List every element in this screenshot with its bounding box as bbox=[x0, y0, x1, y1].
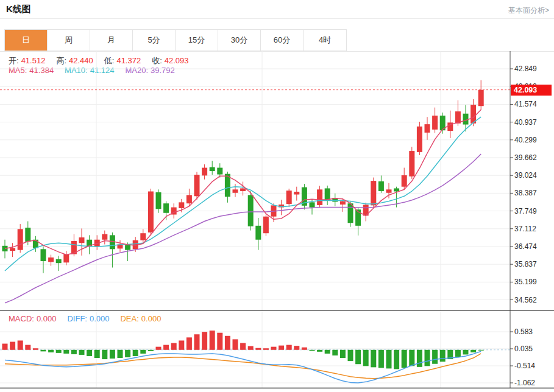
candle-body bbox=[317, 189, 322, 205]
candle-body bbox=[263, 217, 269, 233]
macd-bar bbox=[163, 345, 169, 350]
candle-body bbox=[10, 248, 15, 251]
macd-bar bbox=[233, 339, 238, 349]
candle-body bbox=[63, 254, 69, 263]
macd-bar bbox=[171, 343, 177, 350]
kline-widget: K线图 基本面分析> 日周月5分15分30分60分4时 开:41.512高:42… bbox=[0, 0, 554, 392]
candle-body bbox=[202, 168, 207, 176]
macd-bar bbox=[417, 350, 422, 367]
macd-bar bbox=[56, 350, 62, 353]
main-candlestick-chart[interactable]: 42.84942.21241.57440.93740.29939.66239.0… bbox=[0, 51, 554, 311]
macd-bar bbox=[110, 350, 115, 359]
macd-bar bbox=[33, 348, 38, 350]
macd-bar bbox=[248, 346, 254, 350]
candle-body bbox=[471, 105, 476, 124]
candle-body bbox=[194, 175, 200, 196]
candle-body bbox=[409, 151, 414, 177]
tab-4hour[interactable]: 4时 bbox=[304, 30, 346, 51]
candle-body bbox=[402, 175, 407, 187]
price-axis-label: 35.837 bbox=[514, 260, 537, 268]
candle-body bbox=[240, 188, 246, 191]
macd-bar bbox=[48, 350, 54, 352]
macd-bar bbox=[386, 350, 392, 369]
tab-30min[interactable]: 30分 bbox=[218, 30, 261, 51]
macd-bar bbox=[402, 350, 407, 368]
macd-bar bbox=[363, 350, 369, 366]
price-gridlines bbox=[0, 51, 510, 310]
macd-bar bbox=[41, 350, 46, 352]
macd-bar bbox=[10, 341, 15, 349]
tab-week[interactable]: 周 bbox=[48, 30, 90, 51]
macd-bar bbox=[371, 350, 376, 368]
period-tab-bar: 日周月5分15分30分60分4时 bbox=[4, 29, 347, 51]
macd-axis-label: 0.035 bbox=[514, 345, 533, 353]
macd-bar bbox=[378, 350, 384, 368]
candle-body bbox=[217, 168, 222, 175]
fundamental-analysis-link[interactable]: 基本面分析> bbox=[508, 5, 549, 16]
tab-60min[interactable]: 60分 bbox=[261, 30, 304, 51]
candle-body bbox=[378, 181, 384, 191]
macd-bar bbox=[25, 345, 30, 350]
candle-body bbox=[371, 181, 376, 205]
price-axis-label: 39.024 bbox=[514, 171, 537, 180]
price-axis-label: 42.849 bbox=[514, 65, 537, 73]
macd-bar bbox=[355, 350, 361, 364]
macd-bar bbox=[471, 350, 476, 352]
macd-bar bbox=[325, 350, 330, 354]
macd-bar bbox=[2, 344, 8, 350]
macd-bar bbox=[317, 350, 322, 352]
candle-body bbox=[163, 203, 169, 213]
macd-bar bbox=[463, 350, 469, 355]
macd-bar bbox=[332, 350, 338, 355]
price-axis-label: 41.574 bbox=[514, 100, 537, 108]
macd-bar bbox=[118, 350, 123, 358]
macd-bar bbox=[425, 350, 430, 366]
candle-body bbox=[348, 203, 353, 223]
candle-body bbox=[286, 191, 292, 204]
macd-bar bbox=[302, 348, 307, 350]
price-axis-label: 40.299 bbox=[514, 136, 537, 144]
tab-15min[interactable]: 15分 bbox=[176, 30, 218, 51]
macd-bar bbox=[263, 348, 269, 350]
macd-axis-label: -0.514 bbox=[514, 362, 535, 370]
price-axis-label: 36.474 bbox=[514, 242, 537, 251]
candle-body bbox=[233, 189, 238, 192]
candle-body bbox=[394, 188, 399, 191]
macd-bar bbox=[179, 340, 184, 349]
candle-body bbox=[179, 202, 184, 208]
candle-body bbox=[425, 124, 430, 133]
macd-bar bbox=[71, 350, 77, 354]
candle-body bbox=[41, 249, 46, 261]
macd-bar bbox=[478, 350, 484, 351]
candle-body bbox=[417, 127, 422, 152]
candle-body bbox=[25, 228, 30, 242]
tab-5min[interactable]: 5分 bbox=[133, 30, 176, 51]
price-axis-label: 40.937 bbox=[514, 118, 537, 127]
candle-body bbox=[210, 167, 215, 171]
macd-chart[interactable]: 0.5830.035-0.514-1.062 bbox=[0, 311, 554, 392]
macd-bar bbox=[94, 350, 100, 358]
tab-day[interactable]: 日 bbox=[5, 30, 48, 51]
page-title: K线图 bbox=[6, 4, 31, 15]
candle-body bbox=[294, 192, 299, 195]
price-axis-label: 39.662 bbox=[514, 153, 537, 162]
price-axis-label: 37.749 bbox=[514, 207, 537, 215]
price-axis-label: 38.387 bbox=[514, 189, 537, 197]
macd-bar bbox=[133, 350, 138, 356]
tab-month[interactable]: 月 bbox=[90, 30, 133, 51]
candle-body bbox=[432, 116, 438, 130]
macd-bar bbox=[79, 350, 85, 355]
macd-bar bbox=[202, 332, 207, 350]
candle-body bbox=[18, 229, 23, 250]
candle-body bbox=[79, 237, 85, 243]
candle-body bbox=[186, 195, 192, 203]
candles-layer bbox=[2, 80, 484, 273]
macd-bar bbox=[440, 350, 446, 362]
macd-bar bbox=[409, 350, 414, 366]
macd-bar bbox=[279, 346, 284, 350]
macd-bar bbox=[18, 340, 23, 349]
price-axis-label: 34.562 bbox=[514, 296, 537, 304]
candle-body bbox=[48, 257, 54, 262]
candle-body bbox=[310, 202, 315, 207]
macd-bar bbox=[225, 336, 230, 350]
